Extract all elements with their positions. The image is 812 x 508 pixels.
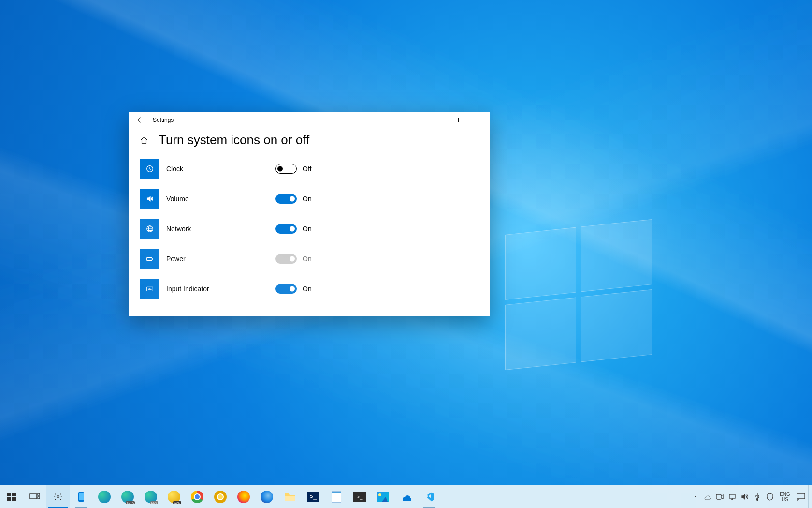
taskbar-app-file-explorer[interactable] [278,485,302,508]
svg-rect-20 [797,493,805,499]
taskbar-app-chrome-canary[interactable] [209,485,232,508]
toggle-clock[interactable] [276,164,297,174]
toggle-input-indicator[interactable] [276,284,297,294]
tray-language-indicator[interactable]: ENG US [776,492,794,502]
maximize-button[interactable] [445,112,467,128]
toggle-power [276,254,297,264]
toggle-state-label: On [303,255,312,263]
taskbar-app-firefox-dev[interactable] [255,485,278,508]
tray-volume-icon[interactable] [739,485,751,508]
back-button[interactable] [129,112,151,128]
system-icon-option-list: Clock Off Volume On [139,159,479,299]
svg-rect-6 [7,493,11,496]
desktop-wallpaper: Settings Turn system icons on or off [0,0,812,508]
taskbar-app-powershell[interactable]: >_ [302,485,325,508]
svg-rect-4 [147,257,152,260]
taskbar-app-firefox[interactable] [232,485,255,508]
svg-rect-11 [38,493,40,495]
svg-rect-10 [30,494,37,499]
start-button[interactable] [0,485,23,508]
svg-rect-17 [716,494,721,499]
toggle-state-label: On [303,285,312,293]
page-title: Turn system icons on or off [159,133,309,148]
taskbar-app-edge[interactable] [93,485,116,508]
taskbar: BETA DEV CAN >_ >_ [0,485,812,508]
tray-overflow-button[interactable] [688,485,701,508]
option-row-power: Power On [140,249,479,269]
option-row-network: Network On [140,219,479,239]
windows-logo-wallpaper [505,219,652,370]
titlebar[interactable]: Settings [129,112,490,128]
system-tray: ENG US [688,485,812,508]
toggle-network[interactable] [276,224,297,234]
taskbar-app-notepad[interactable] [325,485,348,508]
option-label: Volume [160,195,276,203]
network-icon [140,219,160,239]
taskbar-app-onedrive[interactable] [394,485,418,508]
svg-rect-8 [7,497,11,501]
settings-window: Settings Turn system icons on or off [129,112,490,316]
svg-rect-5 [147,287,153,291]
toggle-state-label: Off [303,165,311,173]
option-row-clock: Clock Off [140,159,479,179]
minimize-button[interactable] [423,112,445,128]
option-row-input-indicator: Input Indicator On [140,279,479,299]
toggle-state-label: On [303,195,312,203]
toggle-volume[interactable] [276,194,297,204]
taskbar-app-your-phone[interactable] [70,485,93,508]
power-icon [140,249,160,269]
option-label: Power [160,255,276,263]
taskbar-app-terminal[interactable]: >_ [348,485,371,508]
option-label: Clock [160,165,276,173]
taskbar-app-edge-dev[interactable]: DEV [139,485,162,508]
tray-action-center-button[interactable] [794,485,808,508]
svg-rect-7 [12,493,16,496]
taskbar-app-chrome[interactable] [186,485,209,508]
home-button[interactable] [139,135,149,145]
taskbar-app-vscode[interactable] [418,485,441,508]
taskbar-app-edge-beta[interactable]: BETA [116,485,139,508]
svg-rect-18 [729,494,735,498]
svg-point-13 [57,495,59,498]
volume-icon [140,189,160,209]
toggle-state-label: On [303,225,312,233]
svg-point-19 [757,499,758,500]
tray-network-icon[interactable] [726,485,739,508]
taskbar-app-settings[interactable] [46,485,70,508]
tray-security-icon[interactable] [764,485,776,508]
svg-rect-12 [38,497,40,499]
task-view-button[interactable] [23,485,46,508]
option-row-volume: Volume On [140,189,479,209]
svg-rect-0 [454,118,459,122]
svg-rect-15 [79,493,84,500]
clock-icon [140,159,160,179]
svg-rect-9 [12,497,16,501]
tray-meet-now-icon[interactable] [713,485,726,508]
taskbar-app-photos[interactable] [371,485,394,508]
keyboard-icon [140,279,160,299]
taskbar-app-edge-canary[interactable]: CAN [162,485,186,508]
close-button[interactable] [467,112,490,128]
show-desktop-button[interactable] [808,485,811,508]
tray-language-top: ENG [776,492,794,497]
gear-icon [53,492,63,502]
option-label: Network [160,225,276,233]
tray-usb-icon[interactable] [751,485,764,508]
option-label: Input Indicator [160,285,276,293]
tray-language-bottom: US [776,497,794,502]
tray-onedrive-icon[interactable] [701,485,713,508]
window-title: Settings [151,117,174,123]
svg-rect-16 [285,496,295,501]
